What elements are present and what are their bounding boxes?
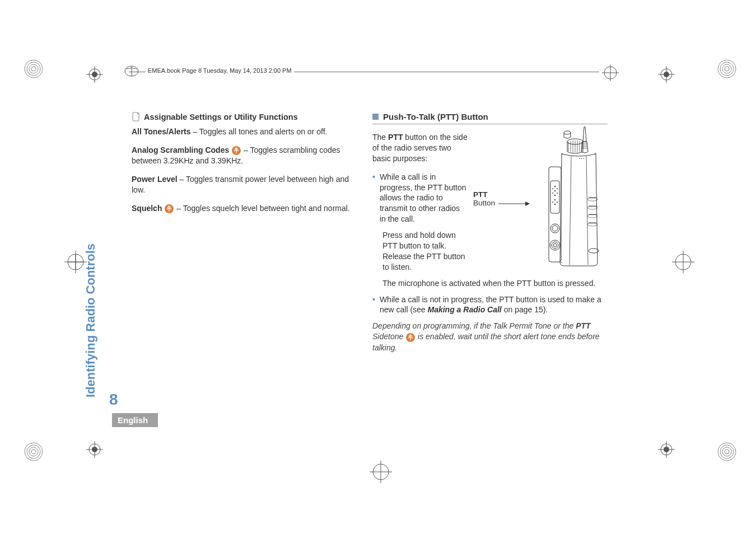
svg-point-68 [554,204,556,205]
corner-pattern-tl [22,58,45,82]
svg-point-65 [552,193,553,194]
tones-para: All Tones/Alerts – Toggles all tones and… [132,127,358,137]
ptt-sublabel: Button [473,199,495,207]
squelch-text: – Toggles squelch level between tight an… [176,204,350,213]
right-heading: Push-To-Talk (PTT) Button [372,112,608,121]
svg-point-74 [552,242,558,249]
left-heading: Assignable Settings or Utility Functions [132,112,358,122]
antenna-icon [231,146,241,156]
squelch-para: Squelch – Toggles squelch level between … [132,203,358,214]
svg-point-39 [722,447,731,456]
svg-point-62 [554,195,556,196]
svg-point-63 [552,188,553,189]
svg-point-69 [552,202,553,203]
ptt-label: PTT [473,190,495,199]
svg-point-40 [725,449,729,454]
svg-point-37 [718,443,736,461]
callout-line [498,198,532,209]
svg-rect-59 [550,181,559,213]
page-number: 8 [109,391,118,409]
power-para: Power Level – Toggles transmit power lev… [132,174,358,195]
header-text: EMEA.book Page 8 Tuesday, May 14, 2013 2… [146,67,294,74]
crosshair-icon-right [602,64,619,83]
tones-text: – Toggles all tones and alerts on or off… [191,127,328,136]
svg-point-36 [31,449,36,454]
left-column: Assignable Settings or Utility Functions… [132,112,358,222]
tones-label: All Tones/Alerts [132,127,191,136]
crosshair-bottom [370,461,392,483]
bullet-2: • While a call is not in progress, the P… [372,294,608,316]
crop-mark-br [658,441,675,458]
svg-point-61 [554,190,556,191]
svg-point-75 [553,243,557,247]
left-heading-text: Assignable Settings or Utility Functions [144,113,298,121]
crop-mark-bl [86,441,103,458]
svg-point-64 [557,188,558,189]
squelch-label: Squelch [132,204,162,213]
corner-pattern-bl [22,441,45,465]
note-para: Depending on programming, if the Talk Pe… [372,321,608,353]
crosshair-right [672,251,694,273]
svg-point-33 [25,443,43,461]
svg-point-72 [552,226,558,231]
section-title-vertical: Identifying Radio Controls [83,243,98,397]
scramble-label: Analog Scrambling Codes [132,146,229,154]
antenna-icon [405,332,416,343]
svg-point-31 [722,64,731,73]
bullet-dot-icon: • [372,294,375,316]
language-label: English [112,413,158,427]
scramble-para: Analog Scrambling Codes – Toggles scramb… [132,145,358,166]
svg-point-66 [557,193,558,194]
book-icon-left [123,64,140,79]
heading-underline [372,124,608,124]
right-heading-text: Push-To-Talk (PTT) Button [383,112,488,121]
svg-text:• • •: • • • [579,157,585,160]
svg-point-35 [29,447,38,456]
bullet-1: • While a call is in progress, the PTT b… [372,172,468,224]
svg-point-32 [725,67,729,71]
radio-diagram: • • • [529,125,602,278]
power-label: Power Level [132,175,178,184]
svg-point-60 [554,186,556,187]
sub-para-2: The microphone is activated when the PTT… [382,278,608,289]
crop-mark-tl [86,66,103,83]
bullet-dot-icon: • [372,172,375,224]
antenna-icon [164,204,174,214]
svg-point-67 [554,199,556,200]
corner-pattern-tr [716,58,738,82]
svg-point-70 [557,202,558,203]
ptt-callout: PTT Button [473,190,495,207]
right-intro: The PTT button on the side of the radio … [372,132,468,164]
sub-para-1: Press and hold down PTT button to talk. … [382,230,468,273]
corner-pattern-br [716,441,738,465]
svg-point-27 [29,64,38,73]
document-icon [132,112,141,122]
svg-point-25 [25,60,43,78]
svg-point-50 [564,131,571,134]
square-bullet-icon [372,114,379,120]
svg-point-28 [31,67,36,71]
svg-point-29 [718,60,736,78]
svg-point-71 [550,224,559,233]
right-column: Push-To-Talk (PTT) Button The PTT button… [372,112,608,360]
crop-mark-tr [658,66,675,83]
